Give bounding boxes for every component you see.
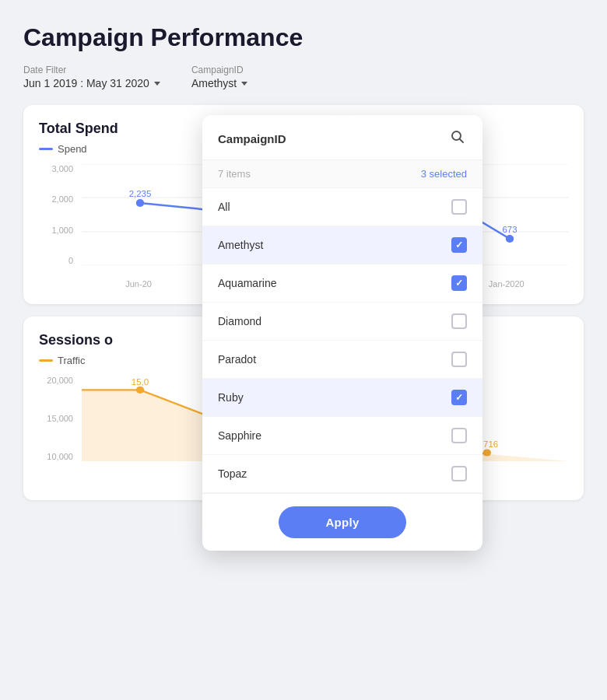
x-label-jan2020: Jan-2020 <box>489 279 525 289</box>
traffic-legend-label: Traffic <box>58 355 85 366</box>
checkbox-aquamarine[interactable] <box>451 275 467 291</box>
y-label-15000: 15,000 <box>47 414 78 423</box>
item-label-amethyst: Amethyst <box>218 239 263 251</box>
item-label-ruby: Ruby <box>218 391 244 404</box>
checkbox-sapphire[interactable] <box>451 428 467 443</box>
svg-text:2,235: 2,235 <box>129 189 152 198</box>
filters-row: Date Filter Jun 1 2019 : May 31 2020 Cam… <box>23 65 584 89</box>
item-label-diamond: Diamond <box>218 315 261 327</box>
checkbox-topaz[interactable] <box>451 466 467 481</box>
dropdown-footer: Apply <box>202 493 482 551</box>
svg-point-7 <box>506 235 514 243</box>
list-item-all[interactable]: All <box>202 188 482 226</box>
y-label-10000: 10,000 <box>47 452 78 461</box>
search-icon <box>450 129 465 145</box>
svg-point-15 <box>483 449 491 456</box>
page-title: Campaign Performance <box>23 23 584 52</box>
date-filter-chevron-icon <box>154 82 160 86</box>
y-label-2000: 2,000 <box>51 194 78 204</box>
item-label-aquamarine: Aquamarine <box>218 277 277 289</box>
date-filter-label: Date Filter <box>23 65 160 75</box>
x-label-jun20: Jun-20 <box>125 279 152 289</box>
list-item-topaz[interactable]: Topaz <box>202 455 482 493</box>
svg-text:673: 673 <box>502 225 517 234</box>
list-item-paradot[interactable]: Paradot <box>202 341 482 379</box>
item-label-topaz: Topaz <box>218 467 247 480</box>
y-label-20000: 20,000 <box>47 376 78 385</box>
item-label-sapphire: Sapphire <box>218 429 261 442</box>
y-label-0: 0 <box>68 256 78 265</box>
campaign-filter-label: CampaignID <box>191 65 247 75</box>
sessions-y-axis: 20,000 15,000 10,000 <box>39 376 78 461</box>
dropdown-meta: 7 items 3 selected <box>202 160 482 188</box>
items-count: 7 items <box>218 168 251 180</box>
svg-point-4 <box>136 199 144 207</box>
list-item-amethyst[interactable]: Amethyst <box>202 226 482 264</box>
checkbox-ruby[interactable] <box>451 390 467 405</box>
list-item-ruby[interactable]: Ruby <box>202 379 482 417</box>
item-label-paradot: Paradot <box>218 353 256 366</box>
y-label-1000: 1,000 <box>51 226 78 235</box>
spend-y-axis: 3,000 2,000 1,000 0 <box>39 164 78 265</box>
y-label-3000: 3,000 <box>51 164 78 173</box>
selected-count: 3 selected <box>421 168 467 180</box>
checkbox-paradot[interactable] <box>451 352 467 367</box>
dropdown-list: All Amethyst Aquamarine Diamond Paradot <box>202 188 482 493</box>
campaign-filter-chevron-icon <box>241 82 247 86</box>
svg-line-20 <box>460 139 464 143</box>
campaign-filter-group: CampaignID Amethyst <box>191 65 247 89</box>
dropdown-search-button[interactable] <box>448 128 467 150</box>
apply-button[interactable]: Apply <box>279 506 405 538</box>
list-item-aquamarine[interactable]: Aquamarine <box>202 264 482 303</box>
spend-legend-label: Spend <box>58 143 87 155</box>
page-wrapper: Campaign Performance Date Filter Jun 1 2… <box>0 0 607 700</box>
checkbox-all[interactable] <box>451 199 467 215</box>
svg-text:15,0: 15,0 <box>132 378 149 387</box>
checkbox-amethyst[interactable] <box>451 237 467 253</box>
spend-legend-dot <box>39 148 53 150</box>
item-label-all: All <box>218 201 230 213</box>
date-filter-value[interactable]: Jun 1 2019 : May 31 2020 <box>23 77 160 89</box>
dropdown-header: CampaignID <box>202 115 482 160</box>
date-filter-group: Date Filter Jun 1 2019 : May 31 2020 <box>23 65 160 89</box>
list-item-sapphire[interactable]: Sapphire <box>202 417 482 455</box>
traffic-legend-dot <box>39 359 53 362</box>
dropdown-title: CampaignID <box>218 132 286 145</box>
checkbox-diamond[interactable] <box>451 313 467 329</box>
campaign-dropdown: CampaignID 7 items 3 selected All Amethy… <box>202 115 482 551</box>
list-item-diamond[interactable]: Diamond <box>202 303 482 341</box>
svg-point-13 <box>136 387 144 394</box>
campaign-filter-value[interactable]: Amethyst <box>191 77 247 89</box>
